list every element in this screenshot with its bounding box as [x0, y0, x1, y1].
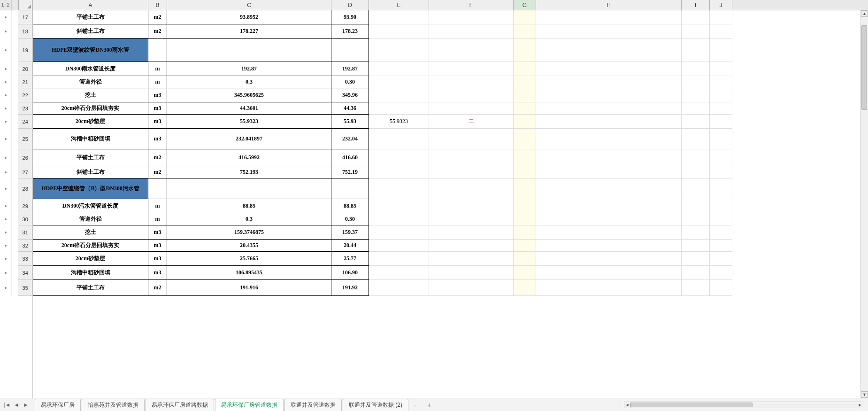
cell-I18[interactable] — [682, 24, 710, 39]
row-header-32[interactable]: 32 — [18, 240, 32, 252]
cell-F18[interactable] — [429, 24, 514, 39]
cell-E30[interactable] — [369, 213, 429, 225]
cell-I28[interactable] — [682, 178, 710, 199]
cell-D21[interactable]: 0.30 — [331, 76, 369, 88]
cell-J26[interactable] — [710, 149, 732, 166]
cell-H31[interactable] — [536, 225, 682, 240]
cell-A25[interactable]: 沟槽中粗砂回填 — [33, 129, 148, 149]
cell-C30[interactable]: 0.3 — [167, 213, 331, 225]
cell-C35[interactable]: 191.916 — [167, 280, 331, 296]
cell-G24[interactable] — [514, 115, 536, 129]
cell-A23[interactable]: 20cm碎石分层回填夯实 — [33, 102, 148, 115]
row-header-22[interactable]: 22 — [18, 88, 32, 102]
cell-B32[interactable]: m3 — [148, 240, 167, 252]
outline-dot[interactable] — [0, 166, 12, 178]
row-header-27[interactable]: 27 — [18, 166, 32, 178]
cell-F21[interactable] — [429, 76, 514, 88]
cell-H18[interactable] — [536, 24, 682, 39]
outline-dot[interactable] — [0, 115, 12, 129]
scroll-left-button[interactable]: ◄ — [624, 402, 630, 408]
cell-G33[interactable] — [514, 252, 536, 266]
cell-G21[interactable] — [514, 76, 536, 88]
vertical-scrollbar[interactable]: ▲ ▼ — [860, 10, 868, 398]
row-header-25[interactable]: 25 — [18, 129, 32, 149]
column-header-F[interactable]: F — [429, 0, 514, 10]
cell-I31[interactable] — [682, 225, 710, 240]
cell-A21[interactable]: 管道外径 — [33, 76, 148, 88]
cell-B34[interactable]: m3 — [148, 266, 167, 280]
cell-D32[interactable]: 20.44 — [331, 240, 369, 252]
column-header-A[interactable]: A — [33, 0, 148, 10]
cell-I24[interactable] — [682, 115, 710, 129]
cell-J33[interactable] — [710, 252, 732, 266]
cell-F26[interactable] — [429, 149, 514, 166]
tabs-more-button[interactable]: ··· — [409, 400, 422, 410]
horizontal-scrollbar[interactable]: ◄ ► — [624, 401, 863, 409]
cell-I29[interactable] — [682, 199, 710, 213]
tab-first-button[interactable]: |◄ — [3, 401, 11, 409]
cell-I22[interactable] — [682, 88, 710, 102]
cell-A20[interactable]: DN300雨水管道长度 — [33, 62, 148, 76]
cell-C33[interactable]: 25.7665 — [167, 252, 331, 266]
cell-D19[interactable] — [331, 39, 369, 62]
v-scroll-thumb[interactable] — [861, 25, 867, 110]
outline-level-2[interactable]: 2 — [6, 0, 11, 10]
row-header-33[interactable]: 33 — [18, 252, 32, 266]
h-scroll-thumb[interactable] — [630, 403, 753, 407]
cell-G31[interactable] — [514, 225, 536, 240]
cell-E20[interactable] — [369, 62, 429, 76]
cell-D34[interactable]: 106.90 — [331, 266, 369, 280]
cell-G35[interactable] — [514, 280, 536, 296]
cell-B28[interactable] — [148, 178, 167, 199]
cell-A28[interactable]: HDPE中空缠绕管（B）型DN300污水管 — [33, 178, 148, 199]
cell-C32[interactable]: 20.4355 — [167, 240, 331, 252]
cell-J31[interactable] — [710, 225, 732, 240]
sheet-tab[interactable]: 怡嘉苑井及管道数据 — [82, 399, 145, 411]
add-sheet-button[interactable]: + — [424, 400, 434, 410]
cell-C24[interactable]: 55.9323 — [167, 115, 331, 129]
cell-H35[interactable] — [536, 280, 682, 296]
cell-H33[interactable] — [536, 252, 682, 266]
cell-G27[interactable] — [514, 166, 536, 178]
cell-B33[interactable]: m3 — [148, 252, 167, 266]
cell-F23[interactable] — [429, 102, 514, 115]
cell-A33[interactable]: 20cm砂垫层 — [33, 252, 148, 266]
cell-E32[interactable] — [369, 240, 429, 252]
cell-E26[interactable] — [369, 149, 429, 166]
cell-I33[interactable] — [682, 252, 710, 266]
cell-H19[interactable] — [536, 39, 682, 62]
cell-C20[interactable]: 192.87 — [167, 62, 331, 76]
cell-C34[interactable]: 106.895435 — [167, 266, 331, 280]
cell-E17[interactable] — [369, 10, 429, 24]
outline-dot[interactable] — [0, 62, 12, 76]
row-header-28[interactable]: 28 — [18, 178, 32, 199]
cell-G18[interactable] — [514, 24, 536, 39]
cell-F35[interactable] — [429, 280, 514, 296]
cell-C26[interactable]: 416.5992 — [167, 149, 331, 166]
row-header-26[interactable]: 26 — [18, 149, 32, 166]
outline-dot[interactable] — [0, 178, 12, 199]
cell-C29[interactable]: 88.85 — [167, 199, 331, 213]
sheet-tab[interactable]: 易承环保厂房 — [35, 399, 81, 411]
cell-C19[interactable] — [167, 39, 331, 62]
outline-dot[interactable] — [0, 149, 12, 166]
cell-J17[interactable] — [710, 10, 732, 24]
cell-J20[interactable] — [710, 62, 732, 76]
cell-A29[interactable]: DN300污水管管道长度 — [33, 199, 148, 213]
cell-D26[interactable]: 416.60 — [331, 149, 369, 166]
cell-D27[interactable]: 752.19 — [331, 166, 369, 178]
cell-J34[interactable] — [710, 266, 732, 280]
cell-H20[interactable] — [536, 62, 682, 76]
cell-E22[interactable] — [369, 88, 429, 102]
cell-D30[interactable]: 0.30 — [331, 213, 369, 225]
cell-D18[interactable]: 178.23 — [331, 24, 369, 39]
cell-I25[interactable] — [682, 129, 710, 149]
row-header-29[interactable]: 29 — [18, 199, 32, 213]
cell-I32[interactable] — [682, 240, 710, 252]
outline-dot[interactable] — [0, 280, 12, 296]
cell-A31[interactable]: 挖土 — [33, 225, 148, 240]
cell-C23[interactable]: 44.3601 — [167, 102, 331, 115]
cell-I21[interactable] — [682, 76, 710, 88]
cell-D20[interactable]: 192.87 — [331, 62, 369, 76]
cell-C22[interactable]: 345.9605625 — [167, 88, 331, 102]
